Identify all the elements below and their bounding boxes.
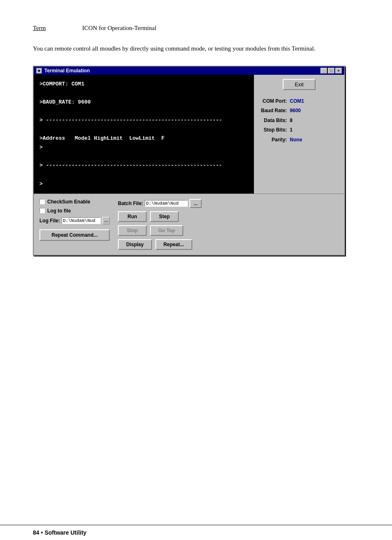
term-description: ICON for Operation-Terminal xyxy=(82,25,157,32)
terminal-line: > --------------------------------------… xyxy=(39,161,248,170)
stop-bits-value: 1 xyxy=(288,125,305,135)
repeat-command-button[interactable]: Repeat Command... xyxy=(39,229,110,241)
repeat-button[interactable]: Repeat... xyxy=(155,239,192,250)
terminal-line: > --------------------------------------… xyxy=(39,116,248,125)
restore-button[interactable]: □ xyxy=(328,68,334,74)
terminal-title: Terminal Emulation xyxy=(44,68,90,74)
batch-browse-button[interactable]: ... xyxy=(189,199,202,208)
baud-rate-label: Baud Rate: xyxy=(260,106,288,116)
log-checkbox[interactable] xyxy=(39,208,45,213)
terminal-titlebar-icon: ■ xyxy=(36,68,42,74)
terminal-line: > xyxy=(39,180,248,189)
control-right: Batch File: ... Run Step Stop Go Top Dis… xyxy=(118,199,202,250)
terminal-body: >COMPORT: COM1 >BAUD_RATE: 9600 > ------… xyxy=(34,75,344,194)
log-file-input[interactable] xyxy=(62,217,101,224)
terminal-line xyxy=(39,89,248,98)
control-panel: CheckSum Enable Log to file Log File: … … xyxy=(34,194,344,255)
go-top-button[interactable]: Go Top xyxy=(150,225,183,236)
close-button[interactable]: × xyxy=(335,68,342,74)
page-footer: 84 • Software Utility xyxy=(0,525,392,540)
batch-file-input[interactable] xyxy=(145,200,188,207)
intro-text: You can remote control all moudles by di… xyxy=(33,44,345,53)
checksum-row: CheckSum Enable xyxy=(39,199,110,205)
run-button[interactable]: Run xyxy=(118,211,147,222)
data-bits-value: 8 xyxy=(288,116,305,126)
stop-button[interactable]: Stop xyxy=(118,225,147,236)
titlebar-left: ■ Terminal Emulation xyxy=(36,68,90,74)
terminal-line xyxy=(39,170,248,179)
com-port-label: COM Port: xyxy=(260,97,288,106)
control-left: CheckSum Enable Log to file Log File: … … xyxy=(39,199,110,250)
step-button[interactable]: Step xyxy=(150,211,179,222)
com-port-value: COM1 xyxy=(288,97,305,106)
footer-page-number: 84 xyxy=(33,529,39,536)
baud-rate-value: 9600 xyxy=(288,106,305,116)
titlebar-buttons: _ □ × xyxy=(321,68,342,74)
terminal-line: >BAUD_RATE: 9600 xyxy=(39,98,248,107)
terminal-window: ■ Terminal Emulation _ □ × >COMPORT: COM… xyxy=(33,66,345,256)
log-label: Log to file xyxy=(47,208,71,214)
run-step-row: Run Step xyxy=(118,211,202,222)
log-row: Log to file xyxy=(39,208,110,214)
minimize-button[interactable]: _ xyxy=(321,68,327,74)
stop-bits-label: Stop Bits: xyxy=(260,125,288,135)
checksum-label: CheckSum Enable xyxy=(47,199,90,205)
terminal-line: > xyxy=(39,143,248,152)
terminal-line: >Address Model HighLimit LowLimit F xyxy=(39,134,248,143)
exit-button[interactable]: Exit xyxy=(283,79,316,90)
display-button[interactable]: Display xyxy=(118,239,152,250)
terminal-line xyxy=(39,107,248,116)
term-label: Term xyxy=(33,25,66,32)
terminal-line xyxy=(39,152,248,161)
log-file-row: Log File: … xyxy=(39,217,110,224)
batch-file-label: Batch File: xyxy=(118,201,143,206)
terminal-titlebar: ■ Terminal Emulation _ □ × xyxy=(34,67,344,75)
terminal-right-panel: Exit COM Port: COM1 Baud Rate: 9600 Data… xyxy=(254,75,344,194)
parity-label: Parity: xyxy=(260,135,288,145)
stop-gotop-row: Stop Go Top xyxy=(118,225,202,236)
data-bits-label: Data Bits: xyxy=(260,116,288,126)
terminal-line xyxy=(39,125,248,134)
batch-row: Batch File: ... xyxy=(118,199,202,208)
checksum-checkbox[interactable] xyxy=(39,199,45,204)
footer-text: Software Utility xyxy=(44,529,86,536)
log-file-label: Log File: xyxy=(39,218,60,224)
parity-value: None xyxy=(288,135,305,145)
terminal-screen[interactable]: >COMPORT: COM1 >BAUD_RATE: 9600 > ------… xyxy=(34,75,254,194)
com-info: COM Port: COM1 Baud Rate: 9600 Data Bits… xyxy=(260,97,305,145)
term-row: Term ICON for Operation-Terminal xyxy=(33,25,359,32)
log-browse-button[interactable]: … xyxy=(102,217,110,224)
footer-separator: • xyxy=(41,529,43,536)
terminal-line: >COMPORT: COM1 xyxy=(39,80,248,89)
display-repeat-row: Display Repeat... xyxy=(118,239,202,250)
